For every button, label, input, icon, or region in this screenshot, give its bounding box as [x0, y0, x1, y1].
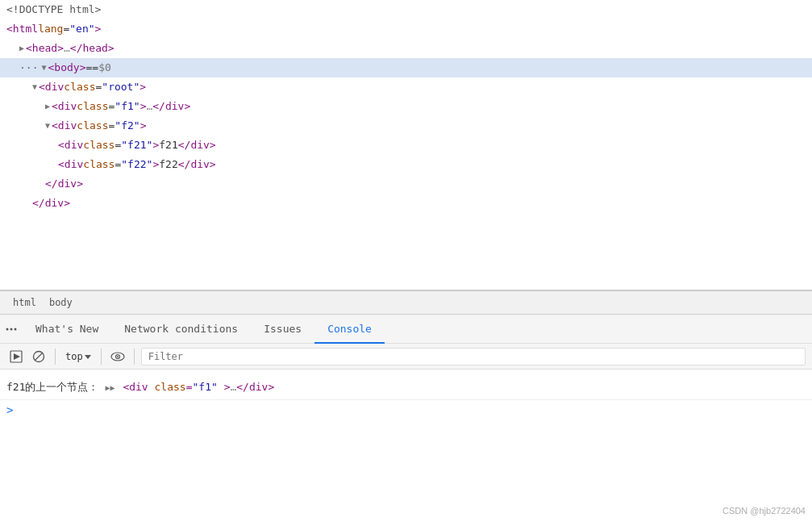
svg-marker-7	[85, 355, 91, 359]
svg-marker-4	[14, 353, 20, 360]
triangle-f1[interactable]	[45, 98, 50, 115]
console-prompt[interactable]: >	[0, 400, 812, 420]
code-line-html[interactable]: <html lang="en" >	[0, 19, 812, 39]
node-tag-open: <div	[123, 381, 148, 393]
eq2: =	[108, 98, 115, 115]
tag-close-root: </div>	[32, 195, 70, 211]
text-f22: f22	[159, 157, 177, 173]
tag-div-open: <div	[39, 79, 64, 95]
eye-icon	[110, 352, 125, 361]
code-line-close-root[interactable]: </div>	[0, 194, 812, 213]
tag-div-root-close: >	[139, 79, 146, 95]
three-dot-icon	[6, 324, 17, 335]
attr-lang-value: "en"	[69, 21, 94, 37]
console-toolbar: top	[0, 344, 812, 370]
tab-whats-new[interactable]: What's New	[23, 315, 111, 344]
tag-f21-end: </div>	[178, 137, 216, 153]
head-ellipsis: …	[64, 40, 70, 56]
code-line-div-root[interactable]: <div class="root" >	[0, 77, 812, 97]
breadcrumb-html[interactable]: html	[6, 294, 43, 311]
entry-node[interactable]: ▶ <div class="f1" >…</div>	[105, 379, 274, 396]
attr-value-f1: "f1"	[115, 98, 139, 115]
tab-console[interactable]: Console	[314, 315, 385, 344]
svg-point-10	[117, 356, 119, 357]
svg-point-0	[6, 328, 9, 330]
code-line-doctype[interactable]: <!DOCTYPE html>	[0, 0, 812, 19]
eq1: =	[95, 79, 102, 95]
f1-ellipsis: …	[146, 98, 152, 115]
play-icon	[10, 350, 23, 363]
tag-body: <body>	[48, 60, 86, 76]
attr-class-f22: class	[83, 157, 115, 173]
chevron-down-icon	[85, 353, 91, 360]
breadcrumb-body[interactable]: body	[43, 294, 79, 311]
code-line-close-f2[interactable]: </div>	[0, 174, 812, 194]
tag-f1-open: <div	[52, 98, 77, 115]
text-f21: f21	[159, 137, 177, 153]
tab-network-conditions[interactable]: Network conditions	[111, 315, 251, 344]
tag-f1-end: </div>	[152, 98, 190, 115]
triangle-head[interactable]	[19, 40, 24, 56]
code-line-body[interactable]: ··· <body> == $0	[0, 58, 812, 77]
attr-value-f21: "f21"	[121, 137, 152, 153]
tab-bar: What's New Network conditions Issues Con…	[0, 315, 812, 344]
svg-point-1	[10, 328, 13, 330]
code-line-div-f22[interactable]: <div class="f22" >f22</div>	[0, 155, 812, 174]
triangle-root[interactable]	[32, 79, 37, 95]
eq5: =	[115, 157, 121, 173]
attr-lang-name: lang	[38, 21, 63, 37]
console-entry-1: f21的上一个节点： ▶ <div class="f1" >…</div>	[0, 376, 812, 400]
node-attr-value: "f1"	[192, 381, 217, 393]
doctype-text: <!DOCTYPE html>	[6, 2, 101, 18]
tab-menu-icon[interactable]	[0, 315, 23, 344]
tag-f2-open: <div	[52, 118, 77, 134]
eq4: =	[115, 137, 121, 153]
attr-class-f1: class	[77, 98, 108, 115]
code-line-div-f21[interactable]: <div class="f21" >f21</div>	[0, 136, 812, 155]
tag-html-close: >	[95, 21, 102, 37]
tag-f22-close: >	[152, 157, 159, 173]
attr-eq: =	[63, 21, 69, 37]
tag-html-open: <html	[6, 21, 38, 37]
clear-console-button[interactable]	[29, 347, 48, 366]
tag-f21-open: <div	[58, 137, 83, 153]
svg-point-2	[15, 328, 17, 330]
eye-filter-button[interactable]	[108, 347, 127, 366]
run-script-button[interactable]	[6, 347, 26, 366]
triangle-body[interactable]	[41, 60, 46, 76]
attr-class-f2: class	[77, 118, 108, 134]
tab-issues[interactable]: Issues	[251, 315, 314, 344]
tag-close-f2: </div>	[45, 176, 83, 192]
tag-f22-open: <div	[58, 157, 83, 173]
svg-line-6	[35, 353, 43, 361]
tag-f1-close: >	[140, 98, 147, 115]
elements-panel: <!DOCTYPE html> <html lang="en" > <head>…	[0, 0, 812, 290]
attr-value-f22: "f22"	[121, 157, 152, 173]
attr-class-f21: class	[83, 137, 115, 153]
toolbar-sep-2	[101, 349, 102, 365]
code-line-head[interactable]: <head>…</head>	[0, 39, 812, 58]
node-triangle: ▶	[105, 383, 115, 392]
triangle-f2[interactable]	[45, 118, 50, 134]
toolbar-sep-3	[134, 349, 135, 365]
filter-input[interactable]	[141, 348, 806, 365]
console-output: f21的上一个节点： ▶ <div class="f1" >…</div> >	[0, 370, 812, 522]
tag-f21-close: >	[152, 137, 159, 153]
context-label: top	[65, 351, 83, 362]
tag-f2-close: >	[140, 118, 147, 134]
eq3: =	[108, 118, 115, 134]
node-attr-name: class	[155, 381, 186, 393]
toolbar-sep-1	[55, 349, 56, 365]
attr-value-root: "root"	[102, 79, 139, 95]
block-icon	[32, 350, 45, 363]
context-selector[interactable]: top	[62, 349, 94, 364]
entry-label: f21的上一个节点：	[6, 379, 98, 395]
attr-value-f2: "f2"	[115, 118, 139, 134]
code-line-div-f2[interactable]: <div class="f2" >	[0, 116, 812, 136]
tag-f22-end: </div>	[178, 157, 216, 173]
breadcrumb-bar: html body	[0, 290, 812, 315]
body-dollar: $0	[98, 60, 111, 76]
body-eq: ==	[85, 60, 98, 76]
code-line-div-f1[interactable]: <div class="f1" >…</div>	[0, 97, 812, 116]
tag-head-open: <head>	[26, 40, 64, 56]
